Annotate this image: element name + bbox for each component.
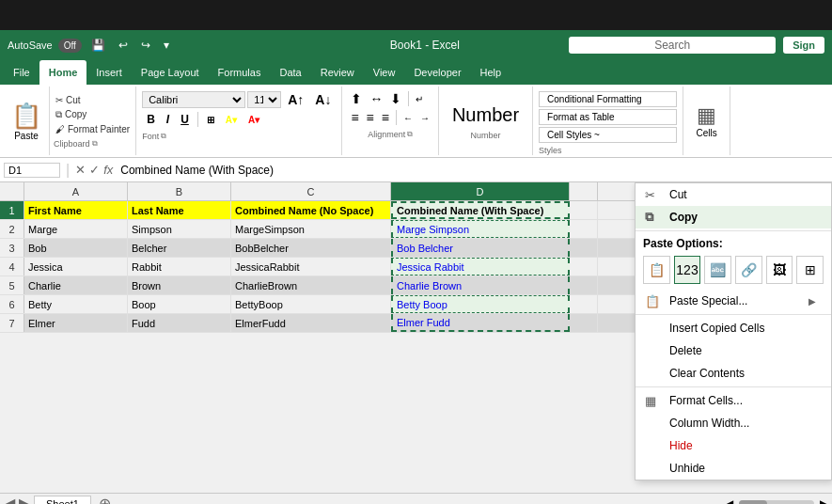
cell-e5[interactable] — [570, 276, 598, 294]
align-top-button[interactable]: ⬆ — [348, 90, 365, 107]
paste-opt-3[interactable]: 🔤 — [704, 256, 731, 284]
paste-opt-1[interactable]: 📋 — [643, 256, 670, 284]
cells-button[interactable]: ▦ Cells — [696, 103, 716, 138]
undo-button[interactable]: ↩ — [115, 37, 132, 54]
align-bottom-button[interactable]: ⬇ — [387, 90, 404, 107]
cell-b7[interactable]: Fudd — [128, 314, 231, 332]
cell-a4[interactable]: Jessica — [24, 258, 128, 276]
cell-d3[interactable]: Bob Belcher — [391, 239, 570, 257]
alignment-expand-icon[interactable]: ⧉ — [407, 130, 413, 139]
cell-e1[interactable] — [570, 201, 598, 219]
tab-home[interactable]: Home — [39, 60, 87, 85]
cell-b3[interactable]: Belcher — [128, 239, 231, 257]
cell-e2[interactable] — [570, 220, 598, 238]
tab-formulas[interactable]: Formulas — [209, 60, 271, 85]
prev-sheet-button[interactable]: ◀ — [4, 495, 15, 504]
cell-e7[interactable] — [570, 314, 598, 332]
context-insert-copied[interactable]: Insert Copied Cells — [636, 317, 831, 339]
customize-button[interactable]: ▾ — [160, 37, 173, 54]
col-header-b[interactable]: B — [128, 182, 231, 200]
cell-b6[interactable]: Boop — [128, 295, 231, 313]
cell-c6[interactable]: BettyBoop — [231, 295, 391, 313]
tab-help[interactable]: Help — [471, 60, 511, 85]
next-sheet-button[interactable]: ▶ — [19, 495, 30, 504]
cancel-icon[interactable]: ✕ — [75, 163, 86, 177]
tab-data[interactable]: Data — [270, 60, 310, 85]
align-middle-button[interactable]: ↔ — [367, 90, 385, 107]
redo-button[interactable]: ↪ — [137, 37, 154, 54]
italic-button[interactable]: I — [162, 111, 174, 128]
h-scrollbar[interactable] — [739, 500, 814, 505]
font-expand-icon[interactable]: ⧉ — [161, 132, 166, 141]
cell-d4[interactable]: Jessica Rabbit — [391, 258, 570, 276]
paste-opt-4[interactable]: 🔗 — [735, 256, 762, 284]
sign-button[interactable]: Sign — [783, 37, 824, 54]
font-size-select[interactable]: 11 — [247, 91, 281, 108]
save-button[interactable]: 💾 — [87, 37, 109, 54]
decrease-font-button[interactable]: A↓ — [310, 90, 336, 109]
scroll-left-icon[interactable]: ◀ — [725, 497, 733, 505]
tab-developer[interactable]: Developer — [404, 60, 470, 85]
align-center-button[interactable]: ≡ — [364, 109, 377, 126]
cell-c2[interactable]: MargeSimpson — [231, 220, 391, 238]
font-color-button[interactable]: A▾ — [243, 113, 264, 127]
col-header-a[interactable]: A — [24, 182, 128, 200]
cell-e3[interactable] — [570, 239, 598, 257]
tab-file[interactable]: File — [4, 60, 39, 85]
context-cut[interactable]: ✂ Cut — [636, 183, 831, 206]
cell-d7[interactable]: Elmer Fudd — [391, 314, 570, 332]
search-bar[interactable]: Search — [569, 37, 776, 54]
cell-c5[interactable]: CharlieBrown — [231, 276, 391, 294]
cut-button[interactable]: ✂ Cut — [54, 94, 132, 106]
align-right-button[interactable]: ≡ — [379, 109, 392, 126]
clipboard-expand-icon[interactable]: ⧉ — [92, 139, 98, 149]
tab-insert[interactable]: Insert — [86, 60, 132, 85]
sheet-tab-1[interactable]: Sheet1 — [34, 496, 91, 504]
paste-opt-5[interactable]: 🖼 — [766, 256, 793, 284]
col-header-c[interactable]: C — [231, 182, 391, 200]
cell-reference-input[interactable] — [4, 163, 60, 178]
cell-d1[interactable]: Combined Name (With Space) — [391, 201, 570, 219]
paste-button[interactable]: 📋 Paste — [4, 87, 50, 155]
context-clear-contents[interactable]: Clear Contents — [636, 362, 831, 385]
cell-c4[interactable]: JessicaRabbit — [231, 258, 391, 276]
tab-review[interactable]: Review — [311, 60, 364, 85]
cell-d2[interactable]: Marge Simpson — [391, 220, 570, 238]
format-as-table-button[interactable]: Format as Table — [539, 109, 677, 125]
copy-button[interactable]: ⧉ Copy — [54, 108, 132, 121]
cell-c7[interactable]: ElmerFudd — [231, 314, 391, 332]
context-delete[interactable]: Delete — [636, 339, 831, 362]
cell-c3[interactable]: BobBelcher — [231, 239, 391, 257]
cell-styles-button[interactable]: Cell Styles ~ — [539, 127, 677, 143]
context-format-cells[interactable]: ▦ Format Cells... — [636, 389, 831, 412]
context-unhide[interactable]: Unhide — [636, 457, 831, 480]
tab-page-layout[interactable]: Page Layout — [132, 60, 209, 85]
paste-opt-2[interactable]: 123 — [674, 256, 701, 284]
cell-c1[interactable]: Combined Name (No Space) — [231, 201, 391, 219]
cell-b5[interactable]: Brown — [128, 276, 231, 294]
cell-a5[interactable]: Charlie — [24, 276, 128, 294]
context-column-width[interactable]: Column Width... — [636, 412, 831, 434]
paste-opt-6[interactable]: ⊞ — [796, 256, 824, 284]
format-painter-button[interactable]: 🖌 Format Painter — [54, 123, 132, 135]
underline-button[interactable]: U — [176, 111, 194, 128]
wrap-text-button[interactable]: ↵ — [413, 93, 426, 105]
fill-color-button[interactable]: A▾ — [221, 113, 242, 127]
border-button[interactable]: ⊞ — [202, 113, 219, 127]
cell-a2[interactable]: Marge — [24, 220, 128, 238]
context-copy[interactable]: ⧉ Copy — [636, 206, 831, 228]
col-header-e[interactable] — [570, 182, 598, 200]
context-paste-special[interactable]: 📋 Paste Special... ▶ — [636, 290, 831, 312]
cell-e4[interactable] — [570, 258, 598, 276]
indent-inc-button[interactable]: → — [417, 112, 432, 124]
add-sheet-button[interactable]: ⊕ — [93, 495, 117, 504]
increase-font-button[interactable]: A↑ — [283, 90, 308, 109]
formula-input[interactable] — [117, 164, 828, 177]
scroll-right-icon[interactable]: ▶ — [820, 497, 828, 505]
align-left-button[interactable]: ≡ — [348, 109, 361, 126]
cell-e6[interactable] — [570, 295, 598, 313]
number-button[interactable]: Number — [445, 102, 526, 128]
indent-dec-button[interactable]: ← — [400, 112, 416, 124]
autosave-toggle[interactable]: Off — [58, 39, 82, 53]
bold-button[interactable]: B — [142, 111, 160, 128]
